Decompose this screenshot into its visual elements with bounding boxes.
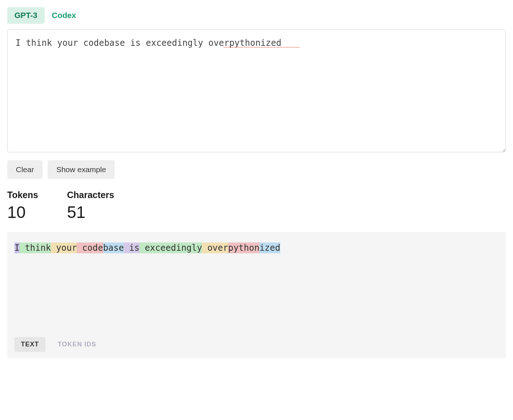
characters-label: Characters [67,190,114,200]
token-span: base [103,242,124,253]
tokenizer-input[interactable] [7,30,506,152]
token-span: is [124,242,139,253]
token-span: ized [259,242,280,253]
token-span: exceedingly [140,242,202,253]
token-span: over [202,242,228,253]
show-example-button[interactable]: Show example [48,160,115,179]
token-span: think [19,242,51,253]
tokens-label: Tokens [7,190,38,200]
tab-codex[interactable]: Codex [45,7,83,24]
tokens-value: 10 [7,202,38,222]
token-display: I think your codebase is exceedingly ove… [14,242,499,254]
token-span: I [14,242,19,253]
token-panel: I think your codebase is exceedingly ove… [7,232,506,358]
model-tabs: GPT-3 Codex [7,7,506,24]
clear-button[interactable]: Clear [7,160,43,179]
input-wrapper [7,30,506,154]
view-tabs: TEXT TOKEN IDS [14,337,499,352]
stat-tokens: Tokens 10 [7,190,38,222]
view-tab-token-ids[interactable]: TOKEN IDS [51,337,103,352]
token-span: your [51,242,77,253]
tab-gpt3[interactable]: GPT-3 [7,7,45,24]
stat-characters: Characters 51 [67,190,114,222]
token-span: code [77,242,103,253]
stats-row: Tokens 10 Characters 51 [7,190,506,222]
characters-value: 51 [67,202,114,222]
view-tab-text[interactable]: TEXT [14,337,45,352]
token-span: python [228,242,259,253]
button-row: Clear Show example [7,160,506,179]
